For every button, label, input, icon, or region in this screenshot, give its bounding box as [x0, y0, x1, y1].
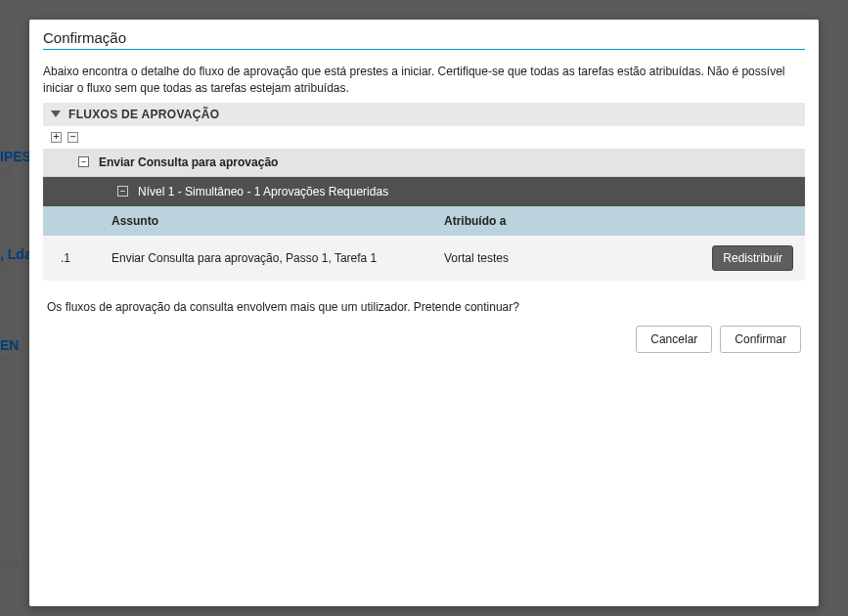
- footer-message: Os fluxos de aprovação da consulta envol…: [43, 281, 805, 326]
- level-toggle-icon[interactable]: −: [117, 186, 128, 197]
- expand-collapse-controls: + −: [43, 126, 805, 149]
- task-table-header: Assunto Atribuído a: [43, 206, 805, 236]
- footer-actions: Cancelar Confirmar: [43, 326, 805, 353]
- bg-item-1-title: IPES: [0, 149, 31, 164]
- confirm-button[interactable]: Confirmar: [720, 326, 801, 353]
- confirmation-modal: Confirmação Abaixo encontra o detalhe do…: [29, 20, 819, 606]
- expand-all-button[interactable]: +: [51, 132, 62, 143]
- flow-name: Enviar Consulta para aprovação: [99, 155, 278, 169]
- approval-flows-section-header[interactable]: FLUXOS DE APROVAÇÃO: [43, 103, 805, 126]
- bg-item-2-sub: s: [0, 262, 6, 274]
- header-subject: Assunto: [112, 214, 444, 228]
- modal-description: Abaixo encontra o detalhe do fluxo de ap…: [43, 64, 805, 97]
- row-id: .1: [43, 251, 112, 265]
- level-name: Nível 1 - Simultâneo - 1 Aprovações Requ…: [138, 185, 388, 198]
- table-row: .1 Enviar Consulta para aprovação, Passo…: [43, 236, 805, 281]
- cancel-button[interactable]: Cancelar: [636, 326, 712, 353]
- header-assigned: Atribuído a: [444, 214, 697, 228]
- redistribute-button[interactable]: Redistribuir: [712, 245, 793, 271]
- bg-item-1-sub: rel: [0, 164, 12, 176]
- bg-item-5-sub: agri: [0, 557, 18, 569]
- collapse-all-button[interactable]: −: [67, 132, 78, 143]
- bg-item-3-title: EN: [0, 337, 19, 353]
- row-subject: Enviar Consulta para aprovação, Passo 1,…: [112, 251, 444, 265]
- bg-item-2-title: , Lda: [0, 246, 32, 262]
- section-label: FLUXOS DE APROVAÇÃO: [68, 108, 219, 121]
- flow-row[interactable]: − Enviar Consulta para aprovação: [43, 149, 805, 177]
- caret-down-icon: [51, 110, 61, 117]
- bg-item-3-sub: rel: [0, 353, 12, 365]
- level-row[interactable]: − Nível 1 - Simultâneo - 1 Aprovações Re…: [43, 177, 805, 206]
- flow-toggle-icon[interactable]: −: [78, 156, 89, 167]
- modal-title: Confirmação: [43, 29, 805, 50]
- row-assigned: Vortal testes: [444, 251, 697, 265]
